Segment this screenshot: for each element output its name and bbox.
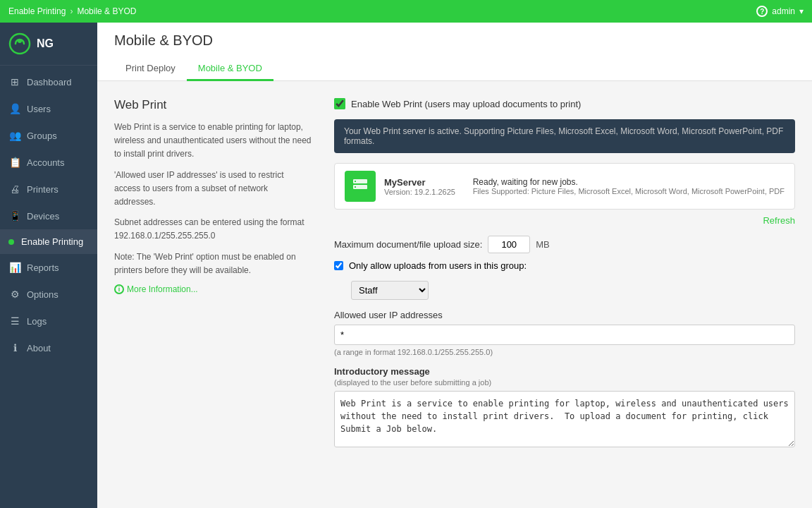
enable-webprint-label: Enable Web Print (users may upload docum… [351,99,581,109]
reports-icon: 📊 [8,261,21,274]
users-icon: 👤 [8,102,21,115]
tabs: Print Deploy Mobile & BYOD [114,57,795,80]
group-checkbox-row: Only allow uploads from users in this gr… [334,260,795,271]
topbar-right: ? admin ▾ [756,6,804,17]
accounts-icon: 📋 [8,156,21,169]
main-content: Mobile & BYOD Print Deploy Mobile & BYOD… [97,23,812,508]
group-select-row: Staff Admin Everyone [351,281,795,300]
sidebar-label-devices: Devices [27,211,59,222]
svg-rect-5 [355,186,356,188]
sidebar-item-reports[interactable]: 📊 Reports [0,254,97,281]
left-panel: Web Print Web Print is a service to enab… [114,98,312,491]
upload-size-input[interactable] [488,236,530,253]
more-info-link[interactable]: i More Information... [114,284,312,294]
printers-icon: 🖨 [8,183,21,195]
left-desc3: Subnet addresses can be entered using th… [114,216,312,243]
sidebar-label-accounts: Accounts [27,157,64,168]
upload-size-row: Maximum document/file upload size: MB [334,236,795,253]
refresh-link-row: Refresh [334,215,795,226]
refresh-button[interactable]: Refresh [763,215,795,226]
content-area: Web Print Web Print is a service to enab… [97,81,812,508]
sidebar: NG ⊞ Dashboard 👤 Users 👥 Groups 📋 Accoun… [0,23,97,508]
sidebar-item-about[interactable]: ℹ About [0,334,97,361]
sidebar-label-dashboard: Dashboard [27,77,72,87]
server-banner: Your Web Print server is active. Support… [334,119,795,153]
left-desc4: Note: The 'Web Print' option must be ena… [114,250,312,277]
groups-icon: 👥 [8,129,21,142]
breadcrumb-sep: › [70,6,73,16]
server-status-text: Ready, waiting for new jobs. [473,177,785,187]
svg-point-1 [18,39,22,43]
sidebar-item-devices[interactable]: 📱 Devices [0,202,97,229]
topbar: Enable Printing › Mobile & BYOD ? admin … [0,0,812,23]
more-info-label: More Information... [127,284,198,294]
sidebar-label-enable-printing: Enable Printing [21,236,83,247]
breadcrumb: Enable Printing › Mobile & BYOD [8,6,756,16]
sidebar-item-accounts[interactable]: 📋 Accounts [0,149,97,176]
breadcrumb-enable-printing[interactable]: Enable Printing [8,6,66,16]
intro-sub: (displayed to the user before submitting… [334,378,795,387]
ip-label: Allowed user IP addresses [334,310,795,320]
section-title: Web Print [114,98,312,112]
sidebar-item-options[interactable]: ⚙ Options [0,281,97,308]
intro-label: Introductory message [334,366,795,377]
sidebar-item-groups[interactable]: 👥 Groups [0,122,97,149]
logo-icon [8,32,31,55]
ip-hint: (a range in format 192.168.0.1/255.255.2… [334,348,795,356]
upload-label: Maximum document/file upload size: [334,239,482,250]
tab-mobile-byod[interactable]: Mobile & BYOD [187,57,273,81]
sidebar-label-groups: Groups [27,131,57,141]
options-icon: ⚙ [8,288,21,301]
intro-textarea[interactable]: Web Print is a service to enable printin… [334,391,795,447]
sidebar-item-users[interactable]: 👤 Users [0,95,97,122]
layout: NG ⊞ Dashboard 👤 Users 👥 Groups 📋 Accoun… [0,23,812,508]
sidebar-item-printers[interactable]: 🖨 Printers [0,176,97,202]
group-checkbox-label: Only allow uploads from users in this gr… [349,260,527,271]
active-indicator [8,239,14,245]
sidebar-item-enable-printing[interactable]: Enable Printing [0,229,97,254]
svg-rect-4 [355,181,356,182]
sidebar-item-dashboard[interactable]: ⊞ Dashboard [0,68,97,95]
devices-icon: 📱 [8,210,21,222]
sidebar-nav: ⊞ Dashboard 👤 Users 👥 Groups 📋 Accounts … [0,66,97,508]
breadcrumb-mobile-byod[interactable]: Mobile & BYOD [77,6,136,16]
sidebar-label-reports: Reports [27,262,59,273]
enable-webprint-row: Enable Web Print (users may upload docum… [334,98,795,109]
page-title: Mobile & BYOD [114,32,795,49]
sidebar-label-users: Users [27,104,51,114]
enable-webprint-checkbox[interactable] [334,98,345,109]
sidebar-item-logs[interactable]: ☰ Logs [0,308,97,334]
server-card: MyServer Version: 19.2.1.2625 Ready, wai… [334,163,795,210]
right-panel: Enable Web Print (users may upload docum… [334,98,795,491]
logo: NG [0,23,97,66]
sidebar-label-logs: Logs [27,316,47,327]
dashboard-icon: ⊞ [8,75,21,88]
sidebar-label-about: About [27,343,51,353]
tab-print-deploy[interactable]: Print Deploy [114,57,187,81]
server-name: MyServer [384,177,465,188]
ip-input[interactable] [334,325,795,345]
server-version: Version: 19.2.1.2625 [384,188,465,196]
left-desc2: 'Allowed user IP addresses' is used to r… [114,169,312,210]
sidebar-label-options: Options [27,289,59,300]
info-circle-icon: i [114,284,124,294]
sidebar-label-printers: Printers [27,184,59,195]
left-desc1: Web Print is a service to enable printin… [114,121,312,162]
page-header: Mobile & BYOD Print Deploy Mobile & BYOD [97,23,812,81]
logs-icon: ☰ [8,315,21,327]
logo-text: NG [37,37,54,50]
help-icon[interactable]: ? [756,6,768,17]
server-info: MyServer Version: 19.2.1.2625 [384,177,465,196]
group-select[interactable]: Staff Admin Everyone [351,281,429,300]
about-icon: ℹ [8,341,21,354]
admin-label[interactable]: admin [772,6,795,16]
admin-chevron-icon: ▾ [799,6,804,16]
svg-point-0 [10,34,30,54]
server-icon [345,171,376,202]
server-status: Ready, waiting for new jobs. Files Suppo… [473,177,785,195]
group-checkbox[interactable] [334,261,343,270]
server-files: Files Supported: Picture Files, Microsof… [473,187,785,195]
upload-unit: MB [536,239,550,250]
